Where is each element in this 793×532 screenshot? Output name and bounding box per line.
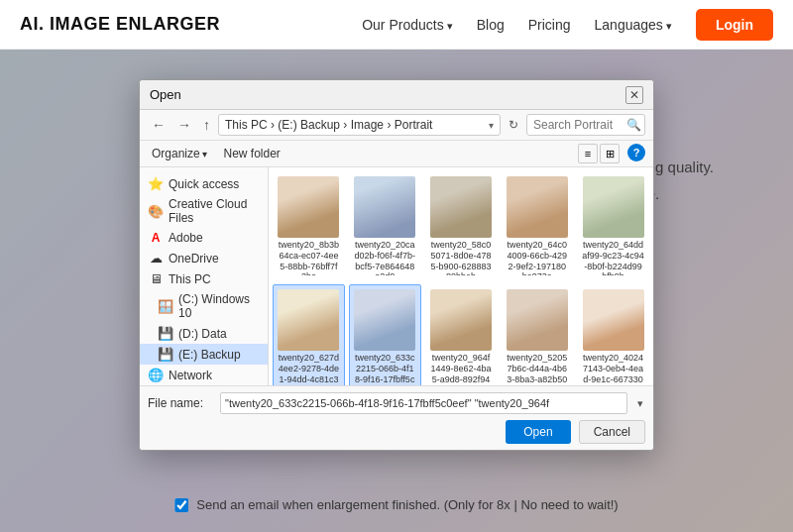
tree-label-adobe: Adobe: [169, 231, 203, 245]
dialog-overlay: Open ✕ ← → ↑ This PC › (E:) Backup › Ima…: [0, 50, 793, 532]
file-item[interactable]: twenty20_964f1449-8e62-4ba5-a9d8-892f949…: [425, 284, 498, 385]
file-item[interactable]: twenty20_58c05071-8d0e-4785-b900-6288838…: [425, 171, 498, 280]
view-toggle-group: ≡ ⊞ ?: [578, 144, 645, 163]
windows-drive-icon: 🪟: [158, 299, 173, 314]
file-grid: twenty20_8b3b64ca-ec07-4ee5-88bb-76bff7f…: [269, 167, 653, 385]
file-name: twenty20_40247143-0eb4-4ead-9e1c-667330f…: [582, 353, 644, 385]
view-grid-button[interactable]: ⊞: [600, 144, 620, 163]
nav-pricing[interactable]: Pricing: [528, 17, 571, 33]
search-input[interactable]: [533, 118, 623, 132]
file-thumbnail: [354, 289, 415, 351]
file-thumbnail: [354, 176, 415, 238]
filename-label: File name:: [148, 396, 212, 410]
quick-access-icon: ⭐: [148, 176, 164, 191]
file-thumbnail: [583, 176, 644, 238]
dialog-title: Open: [150, 87, 625, 102]
file-name: twenty20_964f1449-8e62-4ba5-a9d8-892f949…: [430, 353, 493, 385]
tree-item-windows[interactable]: 🪟 (C:) Windows 10: [140, 289, 268, 323]
adobe-icon: A: [148, 231, 164, 245]
view-list-button[interactable]: ≡: [578, 144, 598, 163]
search-icon: 🔍: [626, 118, 641, 132]
file-name: twenty20_8b3b64ca-ec07-4ee5-88bb-76bff7f…: [278, 240, 340, 275]
email-checkbox-label: Send an email when enlargement finished.…: [196, 497, 618, 512]
tree-item-backup[interactable]: 💾 (E:) Backup: [140, 344, 268, 365]
file-name: twenty20_52057b6c-d44a-4b63-8ba3-a82b50b…: [506, 353, 568, 385]
organize-button[interactable]: Organize: [148, 146, 211, 161]
new-folder-button[interactable]: New folder: [219, 146, 283, 161]
organize-toolbar: Organize New folder ≡ ⊞ ?: [140, 141, 653, 167]
refresh-button[interactable]: ↻: [505, 116, 522, 134]
tree-label-network: Network: [169, 369, 212, 382]
file-thumbnail: [507, 289, 568, 351]
tree-label-data: (D:) Data: [178, 327, 227, 341]
tree-label-this-pc: This PC: [169, 272, 211, 286]
file-thumbnail: [583, 289, 644, 351]
email-checkbox-row: Send an email when enlargement finished.…: [174, 497, 618, 512]
file-open-dialog: Open ✕ ← → ↑ This PC › (E:) Backup › Ima…: [139, 79, 654, 451]
help-icon[interactable]: ?: [627, 144, 645, 161]
dialog-buttons: Open Cancel: [148, 420, 645, 444]
breadcrumb-bar: This PC › (E:) Backup › Image › Portrait…: [218, 114, 501, 136]
this-pc-icon: 🖥: [148, 271, 164, 286]
file-thumbnail: [430, 176, 492, 238]
file-item[interactable]: twenty20_52057b6c-d44a-4b63-8ba3-a82b50b…: [501, 284, 573, 385]
tree-item-quick-access[interactable]: ⭐ Quick access: [140, 173, 268, 194]
data-drive-icon: 💾: [158, 326, 173, 341]
tree-item-data[interactable]: 💾 (D:) Data: [140, 323, 268, 344]
file-thumbnail: [507, 176, 568, 238]
dialog-close-button[interactable]: ✕: [625, 86, 643, 104]
login-button[interactable]: Login: [696, 9, 773, 41]
dialog-titlebar: Open ✕: [140, 80, 653, 110]
dialog-body: ⭐ Quick access 🎨 Creative Cloud Files A …: [140, 167, 653, 385]
breadcrumb-text: This PC › (E:) Backup › Image › Portrait: [225, 118, 432, 132]
email-checkbox[interactable]: [174, 498, 188, 512]
file-name: twenty20_633c2215-066b-4f18-9f16-17fbff5…: [354, 353, 416, 385]
tree-item-creative-cloud[interactable]: 🎨 Creative Cloud Files: [140, 194, 268, 228]
tree-label-backup: (E:) Backup: [178, 348, 241, 362]
up-button[interactable]: ↑: [199, 115, 214, 135]
tree-item-this-pc[interactable]: 🖥 This PC: [140, 268, 268, 289]
nav-languages[interactable]: Languages: [595, 17, 672, 33]
navbar: AI. IMAGE ENLARGER Our Products Blog Pri…: [0, 0, 793, 50]
nav-tree: ⭐ Quick access 🎨 Creative Cloud Files A …: [140, 167, 269, 385]
file-item[interactable]: twenty20_20cad02b-f06f-4f7b-bcf5-7e86464…: [349, 171, 421, 280]
breadcrumb-dropdown-icon[interactable]: ▾: [489, 120, 494, 131]
tree-label-onedrive: OneDrive: [169, 252, 219, 266]
file-thumbnail: [278, 176, 339, 238]
filename-row: File name: ▾: [148, 392, 645, 414]
forward-button[interactable]: →: [173, 115, 195, 135]
dialog-bottom: File name: ▾ Open Cancel: [140, 385, 653, 450]
tree-label-quick-access: Quick access: [169, 177, 239, 191]
brand-logo: AI. IMAGE ENLARGER: [20, 14, 362, 35]
file-item[interactable]: twenty20_627d4ee2-9278-4de1-94dd-4c81c3d…: [273, 284, 345, 385]
nav-links: Our Products Blog Pricing Languages Logi…: [362, 9, 773, 41]
tree-item-network[interactable]: 🌐 Network: [140, 365, 268, 385]
back-button[interactable]: ←: [148, 115, 170, 135]
cancel-button[interactable]: Cancel: [579, 420, 645, 444]
onedrive-icon: ☁: [148, 251, 164, 266]
tree-label-creative-cloud: Creative Cloud Files: [169, 197, 260, 225]
network-icon: 🌐: [148, 368, 164, 382]
creative-cloud-icon: 🎨: [148, 204, 164, 219]
file-name: twenty20_20cad02b-f06f-4f7b-bcf5-7e86464…: [354, 240, 416, 275]
file-item[interactable]: twenty20_8b3b64ca-ec07-4ee5-88bb-76bff7f…: [273, 171, 345, 280]
file-thumbnail: [430, 289, 492, 351]
nav-blog[interactable]: Blog: [477, 17, 505, 33]
file-name: twenty20_627d4ee2-9278-4de1-94dd-4c81c3d…: [278, 353, 340, 385]
filename-dropdown-button[interactable]: ▾: [635, 397, 645, 410]
file-item[interactable]: twenty20_40247143-0eb4-4ead-9e1c-667330f…: [577, 284, 649, 385]
file-name: twenty20_64c04009-66cb-4292-9ef2-197180b…: [506, 240, 568, 275]
tree-item-onedrive[interactable]: ☁ OneDrive: [140, 248, 268, 268]
open-button[interactable]: Open: [506, 420, 570, 444]
file-item[interactable]: twenty20_633c2215-066b-4f18-9f16-17fbff5…: [349, 284, 421, 385]
file-item[interactable]: twenty20_64ddaf99-9c23-4c94-8b0f-b224d99…: [577, 171, 649, 280]
nav-our-products[interactable]: Our Products: [362, 17, 453, 33]
file-name: twenty20_64ddaf99-9c23-4c94-8b0f-b224d99…: [582, 240, 644, 275]
filename-input[interactable]: [220, 392, 627, 414]
tree-label-windows: (C:) Windows 10: [178, 292, 260, 320]
dialog-nav-toolbar: ← → ↑ This PC › (E:) Backup › Image › Po…: [140, 110, 653, 141]
tree-item-adobe[interactable]: A Adobe: [140, 228, 268, 248]
file-name: twenty20_58c05071-8d0e-4785-b900-6288838…: [430, 240, 493, 275]
file-item[interactable]: twenty20_64c04009-66cb-4292-9ef2-197180b…: [501, 171, 573, 280]
main-content: ger ithout losing quality. By AI Here. O…: [0, 50, 793, 532]
